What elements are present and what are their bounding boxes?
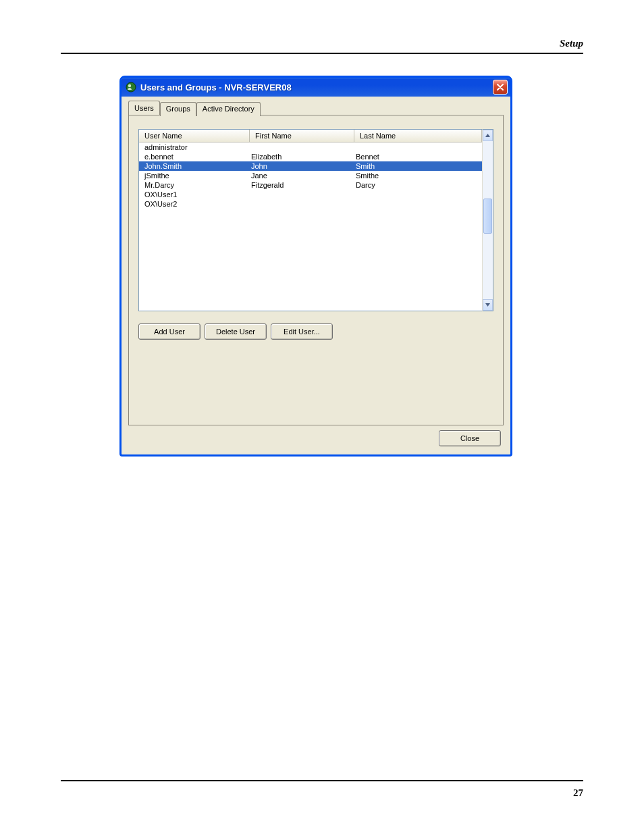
close-button[interactable]: Close [439,430,501,446]
cell-firstname: Elizabeth [250,152,354,161]
cell-lastname [354,190,482,199]
tab-users[interactable]: Users [128,101,160,115]
cell-username: OX\User1 [139,190,250,199]
cell-lastname: Bennet [354,152,482,161]
table-row[interactable]: OX\User1 [139,190,482,199]
add-user-button[interactable]: Add User [138,323,200,340]
cell-lastname [354,142,482,152]
delete-user-button[interactable]: Delete User [205,323,267,340]
tab-active-directory[interactable]: Active Directory [196,102,261,116]
cell-username: Mr.Darcy [139,180,250,190]
titlebar[interactable]: Users and Groups - NVR-SERVER08 [122,78,510,97]
cell-lastname: Smithe [354,171,482,180]
table-row[interactable]: John.SmithJohnSmith [139,161,482,171]
cell-firstname: John [250,161,354,171]
table-row[interactable]: OX\User2 [139,199,482,209]
cell-firstname: Jane [250,171,354,180]
user-action-buttons: Add User Delete User Edit User... [138,323,493,340]
table-row[interactable]: Mr.DarcyFitzgeraldDarcy [139,180,482,190]
listview-header[interactable]: User Name First Name Last Name [139,130,482,142]
svg-point-1 [128,84,131,87]
header-rule [61,53,583,54]
cell-firstname [250,142,354,152]
cell-firstname: Fitzgerald [250,180,354,190]
window-body: Users Groups Active Directory User Name … [122,97,510,454]
footer-rule [61,780,583,781]
cell-lastname [354,199,482,209]
table-row[interactable]: jSmitheJaneSmithe [139,171,482,180]
cell-username: administrator [139,142,250,152]
page-number: 27 [573,787,583,799]
window-close-button[interactable] [493,80,508,95]
table-row[interactable]: administrator [139,142,482,152]
scroll-down-button[interactable] [483,299,493,311]
dialog-footer: Close [439,430,501,446]
section-title: Setup [560,38,583,49]
table-row[interactable]: e.bennetElizabethBennet [139,152,482,161]
user-list-container: User Name First Name Last Name administr… [138,129,493,311]
column-header-firstname[interactable]: First Name [250,130,354,142]
cell-lastname: Smith [354,161,482,171]
users-and-groups-window: Users and Groups - NVR-SERVER08 Users Gr… [119,76,512,457]
column-header-username[interactable]: User Name [139,130,250,142]
edit-user-button[interactable]: Edit User... [271,323,333,340]
cell-username: John.Smith [139,161,250,171]
cell-firstname [250,199,354,209]
cell-firstname [250,190,354,199]
scroll-track[interactable] [483,141,493,299]
cell-username: e.bennet [139,152,250,161]
cell-username: OX\User2 [139,199,250,209]
user-listview[interactable]: User Name First Name Last Name administr… [138,129,482,311]
app-icon [126,82,136,93]
column-header-lastname[interactable]: Last Name [354,130,482,142]
vertical-scrollbar[interactable] [482,129,493,311]
scroll-up-button[interactable] [483,130,493,141]
window-title: Users and Groups - NVR-SERVER08 [140,82,493,93]
cell-username: jSmithe [139,171,250,180]
tab-groups[interactable]: Groups [160,102,196,116]
tabstrip: Users Groups Active Directory [128,101,504,115]
svg-point-0 [126,82,136,92]
tab-panel-users: User Name First Name Last Name administr… [128,115,504,425]
listview-rows: administratore.bennetElizabethBennetJohn… [139,142,482,209]
cell-lastname: Darcy [354,180,482,190]
scroll-thumb[interactable] [483,199,492,234]
